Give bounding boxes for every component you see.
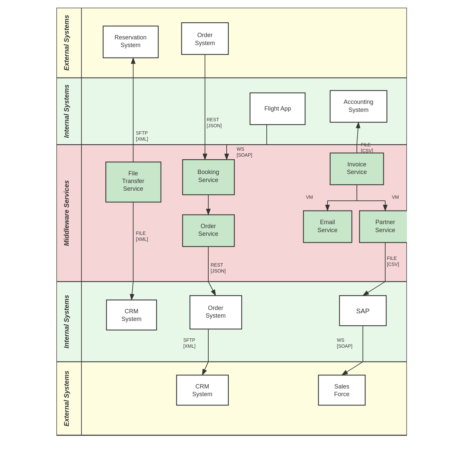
label-vm-left: VM	[306, 194, 313, 200]
label-ws-soap-sap: WS	[337, 337, 344, 343]
diagram-svg: External Systems Internal Systems Middle…	[56, 8, 407, 469]
invoice-service-label: Invoice	[347, 161, 366, 168]
label-rest-json-down: REST	[211, 262, 223, 268]
accounting-system-label: Accounting	[343, 99, 373, 105]
reservation-system-label: Reservation	[114, 34, 146, 41]
lane-label-middleware: Middleware Services	[63, 180, 70, 246]
lane-label-external-bottom: External Systems	[63, 370, 70, 426]
crm-system-int-box	[106, 300, 157, 330]
order-system-ext-label: Order	[197, 32, 212, 38]
crm-system-ext-label2: System	[192, 391, 212, 398]
reservation-system-label2: System	[120, 42, 140, 48]
crm-system-ext-label: CRM	[195, 383, 209, 390]
crm-system-int-label2: System	[121, 316, 141, 322]
order-system-ext-box	[182, 23, 228, 54]
lane-label-internal-bottom: Internal Systems	[63, 295, 70, 348]
architecture-diagram: External Systems Internal Systems Middle…	[56, 8, 407, 469]
label-sftp-xml-down2: [XML]	[183, 343, 196, 349]
label-file-xml: FILE	[136, 230, 146, 236]
flight-app-label: Flight App	[264, 105, 291, 112]
booking-service-label: Booking	[197, 169, 219, 175]
label-rest-json: REST	[207, 117, 219, 122]
invoice-service-label2: Service	[346, 169, 367, 175]
file-transfer-label3: Service	[123, 185, 143, 192]
lane-label-internal-top: Internal Systems	[63, 84, 70, 138]
order-system-ext-label2: System	[195, 40, 215, 46]
accounting-system-label2: System	[348, 107, 368, 113]
crm-system-int-label: CRM	[125, 308, 138, 315]
order-system-int-label2: System	[205, 312, 225, 319]
order-service-label: Order	[200, 223, 216, 229]
label-file-csv-partner2: [CSV]	[387, 262, 399, 267]
lane-label-external-top: External Systems	[63, 15, 70, 70]
sales-force-label: Sales	[334, 383, 349, 390]
sales-force-box	[318, 375, 365, 405]
file-transfer-label: File	[128, 170, 138, 177]
label-file-xml2: [XML]	[136, 236, 148, 242]
label-file-csv: FILE	[361, 142, 371, 147]
email-service-label: Email	[320, 219, 335, 225]
label-ws-soap-sap2: [SOAP]	[337, 343, 353, 349]
sales-force-label2: Force	[334, 391, 349, 398]
crm-system-ext-box	[177, 375, 228, 405]
booking-service-label2: Service	[198, 177, 218, 183]
label-file-csv-partner: FILE	[387, 256, 397, 261]
partner-service-label2: Service	[375, 227, 395, 233]
label-ws-soap: WS	[237, 146, 244, 152]
file-transfer-label2: Transfer	[122, 178, 144, 184]
label-ws-soap2: [SOAP]	[237, 152, 252, 158]
label-file-csv2: [CSV]	[361, 148, 373, 153]
label-sftp-xml: SFTP	[136, 130, 148, 136]
partner-service-label: Partner	[375, 219, 395, 225]
label-sftp-xml-down: SFTP	[183, 337, 195, 343]
order-service-label2: Service	[198, 230, 218, 237]
label-rest-json2: [JSON]	[207, 123, 222, 128]
label-rest-json-down2: [JSON]	[211, 268, 226, 274]
label-vm-right: VM	[392, 194, 399, 200]
label-sftp-xml2: [XML]	[136, 136, 148, 142]
sap-label: SAP	[356, 307, 369, 315]
order-system-int-label: Order	[208, 305, 223, 311]
email-service-label2: Service	[317, 227, 337, 233]
